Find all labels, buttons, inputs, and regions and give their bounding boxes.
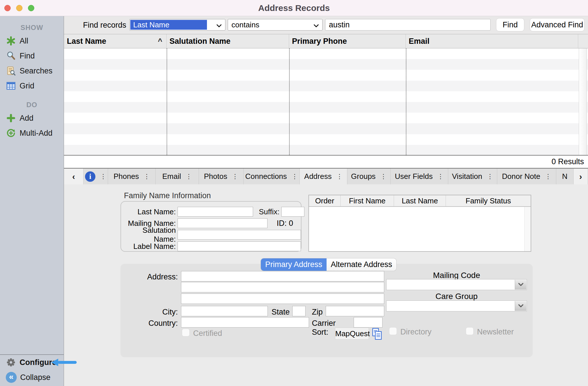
advanced-find-button[interactable]: Advanced Find: [530, 18, 585, 31]
plus-icon: [6, 113, 16, 123]
alternate-address-tab[interactable]: Alternate Address: [327, 258, 396, 271]
tab-email[interactable]: Email⋮: [156, 169, 199, 184]
tab-info[interactable]: i ⋮: [84, 169, 108, 184]
city-input[interactable]: [181, 306, 268, 316]
sidebar-item-grid[interactable]: Grid: [0, 78, 64, 93]
tab-menu-dots[interactable]: ⋮: [144, 173, 150, 180]
tab-scroll-left[interactable]: ‹: [64, 169, 84, 184]
column-header-primary-phone[interactable]: Primary Phone: [289, 34, 406, 48]
sidebar-item-label: Searches: [20, 67, 52, 75]
salutation-name-input[interactable]: [178, 230, 301, 240]
certified-checkbox[interactable]: [182, 329, 190, 336]
tab-menu-dots[interactable]: ⋮: [487, 173, 493, 180]
gear-icon: [6, 357, 16, 368]
vertical-scrollbar[interactable]: [579, 48, 587, 155]
sidebar-item-find[interactable]: Find: [0, 48, 64, 63]
members-column-last-name[interactable]: Last Name: [394, 195, 446, 206]
column-divider: [406, 48, 406, 155]
tab-label: Groups: [351, 172, 376, 181]
tab-address[interactable]: Address⋮: [300, 169, 347, 184]
chevron-down-icon: [314, 23, 319, 27]
column-header-last-name[interactable]: Last Name ^: [64, 34, 167, 48]
configure-button[interactable]: Configure: [0, 355, 64, 370]
tab-menu-dots[interactable]: ⋮: [437, 173, 444, 180]
results-table-body[interactable]: [64, 48, 588, 156]
collapse-chevrons-icon: «: [6, 372, 17, 383]
label-name-input[interactable]: [178, 241, 301, 251]
tab-phones[interactable]: Phones⋮: [108, 169, 156, 184]
mailing-name-input[interactable]: [178, 218, 267, 228]
members-scrollbar[interactable]: [524, 207, 531, 251]
address-line-2-input[interactable]: [181, 282, 384, 292]
mailing-code-label: Mailing Code: [386, 271, 527, 280]
tab-label: Photos: [204, 172, 227, 181]
members-column-family-status[interactable]: Family Status: [446, 195, 531, 206]
last-name-input[interactable]: [178, 207, 253, 217]
sidebar-item-all[interactable]: All: [0, 33, 64, 48]
search-query-input[interactable]: [325, 19, 491, 31]
tab-groups[interactable]: Groups⋮: [347, 169, 391, 184]
tab-menu-dots[interactable]: ⋮: [336, 173, 343, 180]
tab-visitation[interactable]: Visitation⋮: [448, 169, 497, 184]
tab-menu-dots[interactable]: ⋮: [186, 173, 192, 180]
tab-photos[interactable]: Photos⋮: [199, 169, 244, 184]
family-members-body[interactable]: [309, 207, 531, 251]
carrier-sort-input[interactable]: [354, 317, 382, 328]
address-type-segmented-control: Primary Address Alternate Address: [261, 258, 396, 271]
titlebar: Address Records: [0, 0, 588, 16]
tab-label: Donor Note: [502, 172, 540, 181]
tab-donor-note[interactable]: Donor Note⋮: [497, 169, 556, 184]
operator-dropdown-value: contains: [228, 20, 314, 29]
column-header-email[interactable]: Email: [406, 34, 578, 48]
sidebar-item-multi-add[interactable]: Multi-Add: [0, 126, 64, 141]
chevron-right-icon: ›: [579, 172, 582, 181]
window-title: Address Records: [0, 0, 588, 16]
address-line-3-input[interactable]: [181, 294, 384, 304]
family-members-table: Order First Name Last Name Family Status: [308, 195, 531, 252]
record-id-value: ID: 0: [277, 218, 293, 228]
members-column-first-name[interactable]: First Name: [341, 195, 394, 206]
magnifier-icon: [6, 51, 16, 61]
info-icon: i: [85, 171, 95, 182]
chevron-left-icon: ‹: [72, 172, 75, 181]
column-label: Email: [409, 37, 429, 46]
sidebar-footer: Configure « Collapse: [0, 354, 64, 386]
sidebar-item-searches[interactable]: Searches: [0, 63, 64, 78]
directory-label: Directory: [400, 328, 431, 336]
tab-menu-dots[interactable]: ⋮: [232, 173, 238, 180]
tab-menu-dots[interactable]: ⋮: [380, 173, 387, 180]
search-bar: Find records where Last Name contains Fi…: [64, 16, 588, 34]
tab-label: Visitation: [452, 172, 482, 181]
asterisk-icon: [6, 36, 16, 46]
tab-notes-truncated[interactable]: N: [556, 169, 574, 184]
suffix-input[interactable]: [281, 207, 304, 217]
directory-checkbox[interactable]: [389, 327, 397, 335]
mapquest-button[interactable]: MapQuest: [335, 328, 369, 340]
tab-menu-dots[interactable]: ⋮: [291, 173, 298, 180]
address-tab-content: Family Name Information Last Name: Suffi…: [64, 184, 588, 386]
find-button[interactable]: Find: [496, 18, 524, 31]
field-dropdown[interactable]: Last Name: [129, 19, 225, 31]
address-line-1-input[interactable]: [181, 271, 384, 281]
column-header-salutation-name[interactable]: Salutation Name: [167, 34, 289, 48]
copy-address-icon[interactable]: [371, 328, 383, 340]
tab-connections[interactable]: Connections⋮: [244, 169, 300, 184]
operator-dropdown[interactable]: contains: [228, 19, 323, 31]
state-input[interactable]: [292, 306, 306, 316]
scroll-search-icon: [6, 66, 16, 76]
tab-menu-dots[interactable]: ⋮: [100, 173, 106, 180]
care-group-dropdown[interactable]: [386, 300, 527, 311]
tab-scroll-right[interactable]: ›: [574, 169, 588, 184]
country-input[interactable]: [181, 317, 309, 328]
zip-input[interactable]: [326, 306, 384, 316]
tab-user-fields[interactable]: User Fields⋮: [391, 169, 448, 184]
members-column-order[interactable]: Order: [309, 195, 341, 206]
mailing-code-dropdown[interactable]: [386, 279, 527, 290]
find-records-label: Find records where: [64, 16, 126, 34]
sidebar-item-label: Multi-Add: [20, 129, 52, 138]
collapse-button[interactable]: « Collapse: [0, 370, 64, 385]
tab-menu-dots[interactable]: ⋮: [545, 173, 551, 180]
newsletter-checkbox[interactable]: [466, 327, 474, 335]
primary-address-tab[interactable]: Primary Address: [261, 258, 327, 271]
sidebar-item-add[interactable]: Add: [0, 111, 64, 126]
